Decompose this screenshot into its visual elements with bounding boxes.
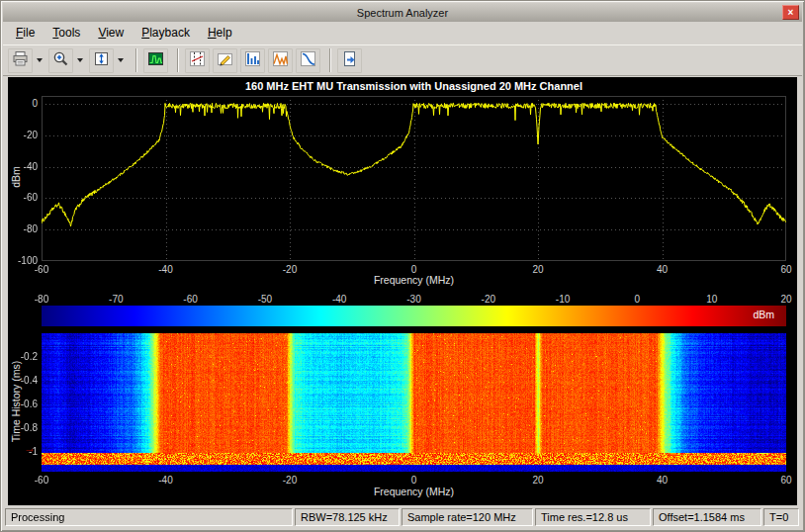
- spectrum-x-tick: -40: [146, 264, 186, 276]
- distortion-measurements-button[interactable]: [240, 48, 265, 73]
- spectrogram-y-tick: -0.8: [8, 422, 38, 434]
- cursor-measurements-icon: [189, 50, 206, 70]
- toolbar: [3, 44, 802, 76]
- spectrogram-y-tick: -0.6: [8, 399, 38, 410]
- menu-tools[interactable]: Tools: [44, 22, 89, 44]
- status-sample-rate-text: Sample rate=120 MHz: [407, 511, 516, 523]
- chevron-down-icon: [118, 58, 124, 62]
- spectrum-y-tick: -20: [8, 130, 38, 141]
- print-icon: [12, 50, 29, 70]
- status-processing: Processing: [5, 508, 293, 526]
- colorbar-tick: -40: [319, 294, 359, 306]
- colorbar-tick: 20: [766, 294, 797, 306]
- playback-icon: [341, 50, 358, 70]
- menu-help[interactable]: Help: [199, 22, 241, 44]
- colorbar-tick: -10: [543, 294, 582, 306]
- status-time-res-text: Time res.=12.8 us: [541, 511, 628, 523]
- status-sample-rate: Sample rate=120 MHz: [402, 508, 533, 526]
- peak-finder-button[interactable]: [268, 48, 293, 73]
- status-time-res: Time res.=12.8 us: [535, 508, 651, 526]
- spectrogram-y-tick: -0.4: [8, 375, 38, 387]
- playback-settings-button[interactable]: [337, 48, 362, 73]
- spectrogram-x-tick: -20: [270, 475, 310, 487]
- colorbar-tick: 10: [692, 294, 732, 306]
- colorbar-tick: -30: [395, 294, 434, 306]
- status-processing-text: Processing: [11, 511, 64, 523]
- zoom-in-button-dropdown[interactable]: [73, 48, 86, 73]
- spectrum-x-tick: -60: [22, 264, 61, 276]
- spectrogram-x-tick: 60: [766, 475, 797, 487]
- autoscale-icon: [93, 50, 110, 70]
- status-t-text: T=0: [769, 511, 788, 523]
- colorbar-tick: -70: [96, 294, 135, 306]
- status-offset: Offset=1.1584 ms: [653, 508, 761, 526]
- title-bar[interactable]: Spectrum Analyzer ×: [3, 3, 802, 22]
- colorbar: dBm: [42, 306, 786, 326]
- toolbar-separator: [177, 48, 179, 72]
- ccdf-icon: [300, 50, 316, 70]
- spectrum-plot-title: 160 MHz EHT MU Transmission with Unassig…: [42, 80, 786, 92]
- status-rbw: RBW=78.125 kHz: [295, 508, 400, 526]
- spectrogram-x-tick: 20: [518, 475, 558, 487]
- status-rbw-text: RBW=78.125 kHz: [301, 511, 388, 523]
- spectrum-x-tick: 0: [395, 264, 434, 276]
- autoscale-button[interactable]: [89, 48, 114, 73]
- status-t: T=0: [763, 508, 799, 526]
- menu-playback[interactable]: Playback: [133, 22, 199, 44]
- print-button-dropdown[interactable]: [33, 48, 45, 73]
- spectral-mask-button[interactable]: [213, 48, 237, 73]
- close-button[interactable]: ×: [782, 5, 799, 20]
- colorbar-tick: -50: [245, 294, 285, 306]
- menu-view[interactable]: View: [89, 22, 133, 44]
- spectrum-y-tick: -40: [8, 161, 38, 173]
- spectrum-settings-button[interactable]: [143, 48, 168, 73]
- peak-finder-icon: [272, 50, 289, 70]
- spectrogram-x-tick: 40: [643, 475, 682, 487]
- colorbar-tick: -60: [171, 294, 211, 306]
- spectrum-x-tick: -20: [270, 264, 310, 276]
- spectrogram-x-tick: -60: [22, 475, 61, 487]
- spectrum-plot[interactable]: [42, 96, 786, 261]
- print-button[interactable]: [8, 48, 33, 73]
- spectrum-y-tick: -60: [8, 192, 38, 204]
- chevron-down-icon: [37, 58, 43, 62]
- colorbar-unit-label: dBm: [753, 309, 774, 320]
- window-title: Spectrum Analyzer: [357, 7, 448, 19]
- status-offset-text: Offset=1.1584 ms: [659, 511, 745, 523]
- menu-file[interactable]: File: [7, 22, 44, 44]
- colorbar-tick: -20: [469, 294, 508, 306]
- cursor-measurements-button[interactable]: [185, 48, 210, 73]
- colorbar-tick: 0: [617, 294, 657, 306]
- autoscale-button-dropdown[interactable]: [114, 48, 127, 73]
- spectrum-x-tick: 60: [766, 264, 797, 276]
- zoom-in-button[interactable]: [48, 48, 73, 73]
- spectrum-settings-icon: [147, 50, 164, 70]
- spectrogram-y-tick: -1: [8, 446, 38, 458]
- menu-bar: FileToolsViewPlaybackHelp: [3, 22, 802, 44]
- colorbar-tick: -80: [22, 294, 61, 306]
- distortion-icon: [244, 50, 261, 70]
- spectrum-x-tick: 40: [643, 264, 682, 276]
- chevron-down-icon: [77, 58, 83, 62]
- spectrogram-plot[interactable]: [42, 333, 786, 472]
- toolbar-separator: [329, 48, 331, 72]
- toolbar-separator: [135, 48, 137, 72]
- zoom-in-icon: [52, 50, 69, 70]
- spectrum-y-tick: -80: [8, 223, 38, 235]
- spectrogram-y-tick: -0.2: [8, 351, 38, 363]
- spectrum-y-tick: 0: [8, 98, 38, 110]
- spectrum-x-tick: 20: [518, 264, 558, 276]
- spectral-mask-icon: [217, 50, 233, 70]
- figure-area: 160 MHz EHT MU Transmission with Unassig…: [8, 77, 797, 505]
- spectrogram-x-tick: 0: [395, 475, 434, 487]
- close-icon: ×: [788, 7, 794, 18]
- ccdf-measurements-button[interactable]: [296, 48, 320, 73]
- spectrogram-x-tick: -40: [146, 475, 186, 487]
- status-bar: Processing RBW=78.125 kHz Sample rate=12…: [3, 506, 802, 529]
- spectrogram-x-axis-label: Frequency (MHz): [42, 486, 786, 497]
